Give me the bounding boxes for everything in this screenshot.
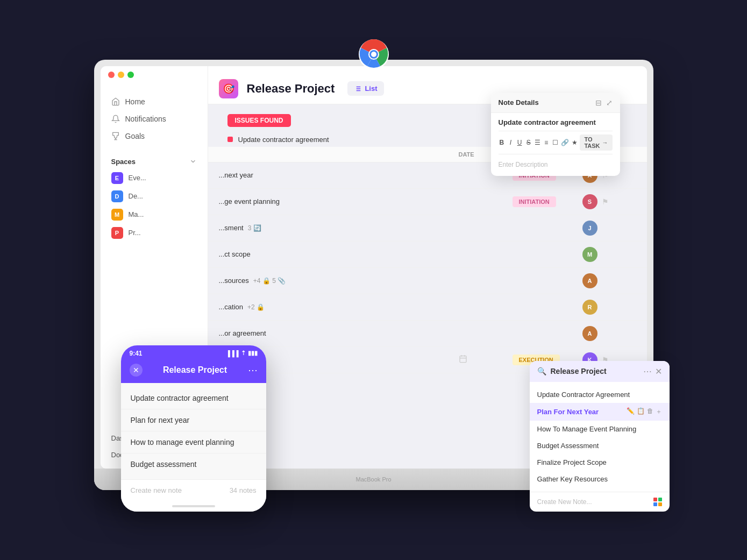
checkbox-button[interactable]: ☐ <box>552 137 559 148</box>
close-panel-icon[interactable]: ✕ <box>655 366 662 377</box>
goals-label: Goals <box>125 132 145 140</box>
chrome-icon <box>358 38 390 70</box>
tab-list[interactable]: List <box>347 81 383 96</box>
notes-list-item-1[interactable]: Plan For Next Year ✏️ 📋 🗑 ＋ <box>530 403 670 421</box>
sidebar-item-home[interactable]: Home <box>101 93 208 110</box>
table-row[interactable]: ...or agreement A <box>208 321 647 347</box>
expand-icon[interactable]: ⤢ <box>606 98 613 107</box>
italic-button[interactable]: I <box>507 137 514 148</box>
task-name: ...cation +2 🔒 <box>219 303 459 311</box>
phone-note-item-1[interactable]: Plan for next year <box>121 409 266 431</box>
spaces-label: Spaces <box>111 158 136 166</box>
avatar: A <box>582 273 597 288</box>
notes-list-item-4[interactable]: Finalize Project Scope <box>530 454 670 471</box>
add-icon[interactable]: ＋ <box>656 407 662 416</box>
phone-more-icon[interactable]: ⋯ <box>248 364 258 376</box>
task-name: ...sources +4 🔒 5 📎 <box>219 277 459 285</box>
task-name: ...or agreement <box>219 329 459 337</box>
phone-header: ✕ Release Project ⋯ <box>121 359 266 383</box>
color-cell-red <box>653 498 657 501</box>
note-popup-header: Note Details ⊟ ⤢ <box>491 93 620 113</box>
laptop-brand-label: MacBook Pro <box>355 476 391 483</box>
maximize-window-dot[interactable] <box>127 72 134 78</box>
arrow-icon: → <box>602 139 608 146</box>
underline-button[interactable]: U <box>516 137 523 148</box>
space-label-events: Eve... <box>129 174 146 182</box>
task-extras: +2 🔒 <box>247 303 265 311</box>
delete-icon[interactable]: 🗑 <box>647 407 653 416</box>
bullet-list-button[interactable]: ☰ <box>534 137 541 148</box>
table-row[interactable]: ...ct scope M <box>208 242 647 268</box>
more-options-icon[interactable]: ⋯ <box>643 366 652 377</box>
notes-list-item-3[interactable]: Budget Assessment <box>530 437 670 454</box>
avatar: M <box>582 247 597 262</box>
note-details-popup: Note Details ⊟ ⤢ Update contractor agree… <box>491 93 620 176</box>
task-name: ...ct scope <box>219 250 459 258</box>
task-stage: INITIATION <box>513 197 582 205</box>
phone-note-item-0[interactable]: Update contractor agreement <box>121 387 266 409</box>
color-cell-blue <box>653 502 657 506</box>
phone-footer: Create new note 34 notes <box>121 479 266 501</box>
space-item-events[interactable]: E Eve... <box>101 169 208 187</box>
project-icon: 🎯 <box>219 79 238 98</box>
color-cell-green <box>658 498 662 501</box>
space-icon-design: D <box>111 190 123 202</box>
space-item-marketing[interactable]: M Ma... <box>101 205 208 224</box>
phone-note-count: 34 notes <box>230 486 257 494</box>
note-title: Update contractor agreement <box>499 118 613 126</box>
space-label-marketing: Ma... <box>129 210 144 218</box>
issue-dot <box>227 137 233 142</box>
battery-icon: ▮▮▮ <box>248 350 258 357</box>
task-name: ...sment 3 🔄 <box>219 224 459 232</box>
space-item-design[interactable]: D De... <box>101 187 208 205</box>
bell-icon <box>111 115 120 123</box>
search-icon[interactable]: 🔍 <box>537 367 546 375</box>
phone-close-button[interactable]: ✕ <box>130 364 143 377</box>
numbered-list-button[interactable]: ≡ <box>543 137 550 148</box>
notes-panel-title: Release Project <box>551 367 639 375</box>
svg-point-3 <box>371 52 376 57</box>
notes-list-item-5[interactable]: Gather Key Resources <box>530 471 670 487</box>
task-extras: 3 🔄 <box>248 224 261 232</box>
bold-button[interactable]: B <box>499 137 506 148</box>
notes-list-item-2[interactable]: How To Manage Event Planning <box>530 421 670 437</box>
link-button[interactable]: 🔗 <box>561 137 569 148</box>
sidebar-nav: Home Notifications <box>101 88 208 150</box>
minimize-icon[interactable]: ⊟ <box>595 98 602 107</box>
table-row[interactable]: ...cation +2 🔒 R <box>208 294 647 321</box>
table-row[interactable]: ...sment 3 🔄 J <box>208 215 647 242</box>
task-priority: A <box>582 273 636 288</box>
duplicate-icon[interactable]: 📋 <box>637 407 645 416</box>
trophy-icon <box>111 132 120 140</box>
notes-footer: Create New Note... <box>530 492 670 512</box>
table-row[interactable]: ...ge event planning INITIATION S ⚑ <box>208 189 647 215</box>
phone-note-item-3[interactable]: Budget assessment <box>121 453 266 475</box>
task-priority: R <box>582 300 636 315</box>
notes-list-item-0[interactable]: Update Contractor Agreement <box>530 386 670 403</box>
note-toolbar: B I U S ☰ ≡ ☐ 🔗 ★ TO TASK → <box>499 131 613 154</box>
home-label: Home <box>125 97 145 106</box>
create-note-placeholder[interactable]: Create New Note... <box>537 498 592 506</box>
space-item-project[interactable]: P Pr... <box>101 224 208 242</box>
svg-rect-12 <box>460 356 466 363</box>
home-icon <box>111 97 120 106</box>
edit-icon[interactable]: ✏️ <box>627 407 635 416</box>
task-priority: A <box>582 326 636 341</box>
tab-list-label: List <box>365 84 377 93</box>
table-row[interactable]: ...sources +4 🔒 5 📎 A <box>208 268 647 294</box>
issue-label: Update contractor agreement <box>238 136 329 144</box>
minimize-window-dot[interactable] <box>118 72 124 78</box>
to-task-button[interactable]: TO TASK → <box>580 134 612 151</box>
to-task-label: TO TASK <box>584 136 600 149</box>
sidebar-item-goals[interactable]: Goals <box>101 127 208 145</box>
phone-note-item-2[interactable]: How to manage event planning <box>121 431 266 453</box>
space-icon-project: P <box>111 227 123 239</box>
strikethrough-button[interactable]: S <box>525 137 532 148</box>
star-button[interactable]: ★ <box>571 137 578 148</box>
window-controls[interactable] <box>101 66 141 83</box>
close-window-dot[interactable] <box>108 72 115 78</box>
avatar: A <box>582 326 597 341</box>
sidebar-item-notifications[interactable]: Notifications <box>101 110 208 127</box>
phone-note-list: Update contractor agreement Plan for nex… <box>121 383 266 479</box>
note-description-placeholder: Enter Description <box>499 159 613 171</box>
